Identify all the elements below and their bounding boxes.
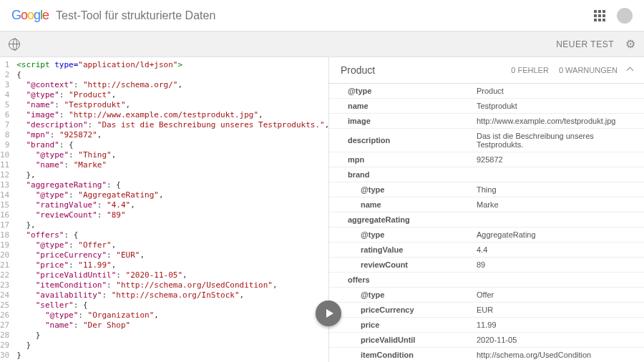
- result-key: offers: [329, 273, 471, 288]
- header-right: [594, 8, 633, 24]
- result-header[interactable]: Product 0 FEHLER 0 WARNUNGEN: [329, 57, 644, 84]
- result-value: Offer: [471, 288, 644, 303]
- result-table: @typeProductnameTestproduktimagehttp://w…: [329, 84, 644, 362]
- toolbar-right: NEUER TEST ⚙: [556, 37, 635, 51]
- toolbar: NEUER TEST ⚙: [0, 31, 644, 57]
- result-row: nameMarke: [329, 197, 644, 212]
- result-row: priceCurrencyEUR: [329, 303, 644, 318]
- result-value: Das ist die Beschreibung unseres Testpro…: [471, 129, 644, 152]
- app-title: Test-Tool für strukturierte Daten: [56, 9, 215, 22]
- result-value: 2020-11-05: [471, 333, 644, 348]
- result-key: @type: [329, 182, 471, 197]
- result-row: priceValidUntil2020-11-05: [329, 333, 644, 348]
- result-panel: Product 0 FEHLER 0 WARNUNGEN @typeProduc…: [329, 57, 644, 362]
- result-row: @typeAggregateRating: [329, 228, 644, 243]
- result-key: reviewCount: [329, 258, 471, 273]
- result-value: 89: [471, 258, 644, 273]
- result-key: brand: [329, 167, 471, 182]
- result-key: name: [329, 197, 471, 212]
- chevron-up-icon[interactable]: [627, 67, 634, 74]
- play-button[interactable]: [316, 300, 341, 326]
- result-row: aggregateRating: [329, 212, 644, 228]
- result-value: EUR: [471, 303, 644, 318]
- code-editor[interactable]: 1 2 3 4 5 6 7 8 9 10 11 12 13 14 15 16 1…: [0, 57, 329, 362]
- warning-count: 0 WARNUNGEN: [559, 66, 618, 74]
- result-key: price: [329, 318, 471, 333]
- error-count: 0 FEHLER: [511, 66, 549, 74]
- result-row: ratingValue4.4: [329, 243, 644, 258]
- result-row: reviewCount89: [329, 258, 644, 273]
- result-row: price11.99: [329, 318, 644, 333]
- code-area[interactable]: <script type="application/ld+json"> { "@…: [14, 57, 329, 362]
- result-key: ratingValue: [329, 243, 471, 258]
- result-key: @type: [329, 84, 471, 99]
- result-value: Thing: [471, 182, 644, 197]
- globe-icon[interactable]: [9, 39, 20, 50]
- result-row: offers: [329, 273, 644, 288]
- result-value: 11.99: [471, 318, 644, 333]
- result-row: brand: [329, 167, 644, 182]
- result-value: http://www.example.com/testprodukt.jpg: [471, 114, 644, 129]
- result-value: 925872: [471, 152, 644, 167]
- result-row: descriptionDas ist die Beschreibung unse…: [329, 129, 644, 152]
- result-value: http://schema.org/UsedCondition: [471, 348, 644, 363]
- result-key: @type: [329, 228, 471, 243]
- result-key: image: [329, 114, 471, 129]
- result-key: priceCurrency: [329, 303, 471, 318]
- google-logo[interactable]: Google: [11, 8, 49, 23]
- result-key: description: [329, 129, 471, 152]
- result-key: @type: [329, 288, 471, 303]
- result-value: Marke: [471, 197, 644, 212]
- user-avatar-icon[interactable]: [617, 8, 633, 24]
- new-test-button[interactable]: NEUER TEST: [556, 39, 614, 49]
- result-value: [471, 167, 644, 182]
- result-row: imagehttp://www.example.com/testprodukt.…: [329, 114, 644, 129]
- line-gutter: 1 2 3 4 5 6 7 8 9 10 11 12 13 14 15 16 1…: [0, 57, 14, 362]
- result-key: itemCondition: [329, 348, 471, 363]
- result-key: name: [329, 99, 471, 114]
- result-row: @typeProduct: [329, 84, 644, 99]
- result-value: Testprodukt: [471, 99, 644, 114]
- result-key: priceValidUntil: [329, 333, 471, 348]
- result-value: Product: [471, 84, 644, 99]
- result-row: nameTestprodukt: [329, 99, 644, 114]
- apps-icon[interactable]: [594, 10, 605, 21]
- result-value: [471, 212, 644, 228]
- app-header: Google Test-Tool für strukturierte Daten: [0, 0, 644, 31]
- result-row: @typeOffer: [329, 288, 644, 303]
- header-left: Google Test-Tool für strukturierte Daten: [11, 8, 215, 23]
- result-key: mpn: [329, 152, 471, 167]
- result-row: @typeThing: [329, 182, 644, 197]
- result-row: mpn925872: [329, 152, 644, 167]
- main-content: 1 2 3 4 5 6 7 8 9 10 11 12 13 14 15 16 1…: [0, 57, 644, 362]
- result-title: Product: [341, 64, 375, 76]
- result-value: AggregateRating: [471, 228, 644, 243]
- gear-icon[interactable]: ⚙: [625, 37, 635, 51]
- result-value: [471, 273, 644, 288]
- result-row: itemConditionhttp://schema.org/UsedCondi…: [329, 348, 644, 363]
- result-stats: 0 FEHLER 0 WARNUNGEN: [511, 66, 633, 74]
- result-key: aggregateRating: [329, 212, 471, 228]
- result-value: 4.4: [471, 243, 644, 258]
